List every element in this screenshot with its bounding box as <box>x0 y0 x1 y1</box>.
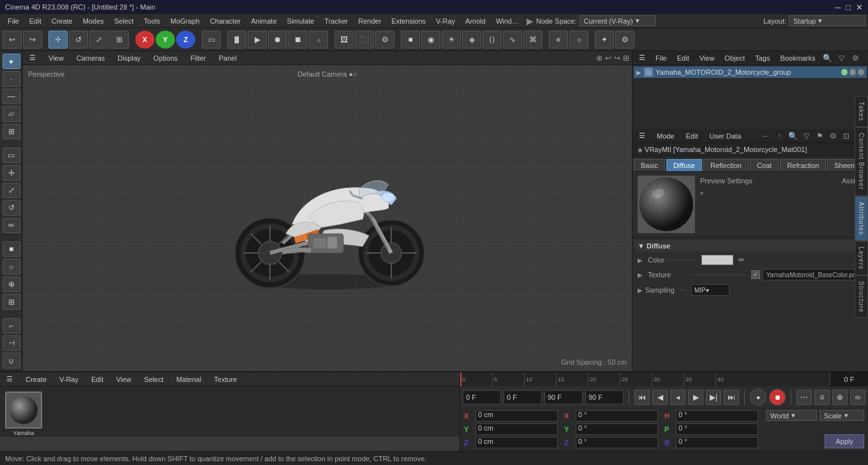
menu-simulate[interactable]: Simulate <box>282 16 320 26</box>
object-item-yamaha[interactable]: ▶ ⊡ Yamaha_MOTOROID_2_Motorcycle_group <box>634 66 867 78</box>
record-button[interactable]: ⏺ <box>769 389 786 406</box>
play-forward-button[interactable]: ▶ <box>688 390 703 405</box>
sidebar-edge-mode[interactable]: — <box>3 89 20 104</box>
menu-character[interactable]: Character <box>205 16 246 26</box>
sidebar-move[interactable]: ✛ <box>3 165 20 180</box>
attr-settings-icon[interactable]: ⚙ <box>827 132 839 141</box>
attr-up-icon[interactable]: ↑ <box>774 132 785 141</box>
menu-extensions[interactable]: Extensions <box>386 16 431 26</box>
view-menu-options[interactable]: Options <box>149 53 181 63</box>
attr-search-icon[interactable]: 🔍 <box>787 132 798 141</box>
tab-attributes[interactable]: Attributes <box>855 196 868 241</box>
tex-checkbox[interactable]: ✓ <box>751 270 760 279</box>
obj-settings-icon[interactable]: ⚙ <box>849 54 861 63</box>
play-reverse-button[interactable]: ◂ <box>670 390 685 405</box>
mat-select[interactable]: Select <box>140 374 168 385</box>
sidebar-poly-pen[interactable]: ✏ <box>3 218 20 233</box>
snap-button[interactable]: ⊕ <box>832 390 848 405</box>
sidebar-mirror[interactable]: ⊣ <box>3 335 20 351</box>
view-menu-panel[interactable]: Panel <box>215 53 241 63</box>
menu-tracker[interactable]: Tracker <box>319 16 353 26</box>
timeline-ruler[interactable]: 0 5 10 15 20 25 30 35 40 <box>460 372 830 386</box>
y-rotation-field[interactable]: 0 ° <box>576 423 658 435</box>
view-menu-filter[interactable]: Filter <box>186 53 209 63</box>
diffuse-header[interactable]: ▼ Diffuse <box>635 240 865 252</box>
mat-view[interactable]: View <box>112 374 135 385</box>
tab-layers[interactable]: Layers <box>855 241 868 275</box>
obj-menu-view[interactable]: View <box>696 54 719 63</box>
menu-wind[interactable]: Wind… <box>491 16 524 26</box>
fps-field[interactable]: 90 F <box>585 390 624 404</box>
record-button[interactable]: ⏺ <box>268 31 287 49</box>
menu-select[interactable]: Select <box>109 16 139 26</box>
obj-menu-icon[interactable]: ☰ <box>635 53 649 63</box>
visibility-dot-2[interactable] <box>849 69 856 75</box>
view-menu-icon[interactable]: ☰ <box>26 52 40 63</box>
bezier-button[interactable]: ⊕ <box>549 31 568 49</box>
tab-refraction[interactable]: Refraction <box>780 159 826 171</box>
menu-edit[interactable]: Edit <box>24 16 47 26</box>
loop-button[interactable]: ∞ <box>850 390 865 405</box>
sidebar-uvw-mode[interactable]: ⊞ <box>3 124 20 139</box>
color-picker-icon[interactable]: ✏ <box>738 255 745 264</box>
attr-bookmark-icon[interactable]: ⚑ <box>814 132 825 141</box>
light-button[interactable]: ☀ <box>442 31 461 49</box>
h-field[interactable]: 0 ° <box>676 410 758 422</box>
preview-collapse[interactable]: ▾ <box>700 190 863 197</box>
mat-texture[interactable]: Texture <box>210 374 241 385</box>
visibility-dot-1[interactable] <box>841 69 848 75</box>
last-frame-button[interactable]: ⏭ <box>724 390 739 405</box>
menu-create[interactable]: Create <box>47 16 78 26</box>
texture-dropdown[interactable]: YamahaMotoroid_BaseColor.png <box>763 269 863 280</box>
sidebar-model-mode[interactable]: ◈ <box>3 54 20 69</box>
sidebar-poly-mode[interactable]: ▱ <box>3 106 20 121</box>
deform-button[interactable]: ⟨⟩ <box>483 31 502 49</box>
sidebar-box[interactable]: ■ <box>3 241 20 257</box>
view-icon-2[interactable]: ↩ <box>605 54 611 63</box>
preview-settings-label[interactable]: Preview Settings <box>700 177 752 185</box>
p-field[interactable]: 0 ° <box>676 423 758 435</box>
axis-x-button[interactable]: X <box>135 31 154 49</box>
obj-search-icon[interactable]: 🔍 <box>821 54 833 63</box>
attr-back-icon[interactable]: ← <box>760 132 772 141</box>
tab-diffuse[interactable]: Diffuse <box>666 159 702 171</box>
material-thumbnail[interactable] <box>5 392 42 429</box>
motion-layer-button[interactable]: ≡ <box>814 390 830 405</box>
attr-expand-icon[interactable]: ⊡ <box>841 132 852 141</box>
rotate-tool-button[interactable]: ↺ <box>69 31 88 49</box>
first-frame-button[interactable]: ⏮ <box>634 390 650 405</box>
obj-menu-bookmarks[interactable]: Bookmarks <box>776 54 819 63</box>
attr-filter-icon[interactable]: ▽ <box>800 132 812 141</box>
menu-animate[interactable]: Animate <box>246 16 281 26</box>
x-rotation-field[interactable]: 0 ° <box>576 410 658 422</box>
obj-expand-triangle[interactable]: ▶ <box>636 69 641 76</box>
next-frame-button[interactable]: ▶| <box>706 390 721 405</box>
current-frame-field[interactable]: 0 F <box>504 390 542 404</box>
obj-list-icon[interactable]: ≡ <box>864 54 868 63</box>
layout-dropdown[interactable]: Startup ▾ <box>789 15 865 26</box>
viewport[interactable]: Perspective Default Camera ●○ Grid Spaci… <box>23 65 632 371</box>
motion-clip-button[interactable]: ⋯ <box>797 390 812 405</box>
y-position-field[interactable]: 0 cm <box>475 423 558 435</box>
mat-edit[interactable]: Edit <box>87 374 107 385</box>
key-button[interactable]: ⬦ <box>309 31 328 49</box>
select-rect-button[interactable]: ▭ <box>202 31 221 49</box>
menu-mograph[interactable]: MoGraph <box>165 16 205 26</box>
play-button[interactable]: ▶ <box>248 31 267 49</box>
field-button[interactable]: ∿ <box>503 31 522 49</box>
view-menu-cameras[interactable]: Cameras <box>73 53 109 63</box>
xpresso-button[interactable]: ⌘ <box>523 31 542 49</box>
sculpt-button[interactable]: ⟐ <box>569 31 588 49</box>
node-space-dropdown[interactable]: Current (V-Ray) ▾ <box>580 15 656 26</box>
color-expand-icon[interactable]: ▶ <box>638 257 645 264</box>
cube-button[interactable]: ■ <box>401 31 420 49</box>
attr-edit[interactable]: Edit <box>682 132 702 141</box>
camera-button[interactable]: ◉ <box>421 31 440 49</box>
material-button[interactable]: ◈ <box>462 31 481 49</box>
record-auto-button[interactable]: ● <box>750 389 767 406</box>
z-position-field[interactable]: 0 cm <box>475 437 558 448</box>
view-icon-4[interactable]: ⊞ <box>623 54 629 63</box>
menu-render[interactable]: Render <box>353 16 386 26</box>
sidebar-scale[interactable]: ⤢ <box>3 183 20 198</box>
minimize-button[interactable]: ─ <box>835 3 841 12</box>
